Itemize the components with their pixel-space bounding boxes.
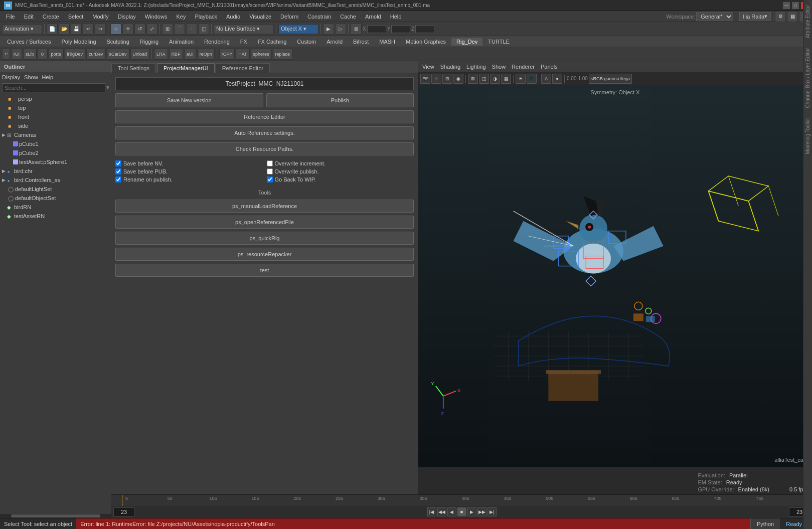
- timeline-row[interactable]: 5 55 105 155 205 255 305 355 405 455 505…: [111, 495, 812, 506]
- tab-curves-surfaces[interactable]: Curves / Surfaces: [2, 38, 56, 46]
- outliner-menu-help[interactable]: Help: [42, 74, 54, 80]
- outliner-search-input[interactable]: [2, 83, 105, 92]
- menu-edit[interactable]: Edit: [20, 13, 38, 21]
- channel-box-label[interactable]: Channel Box / Layer Editor: [805, 61, 810, 108]
- tab-rigging[interactable]: Rigging: [135, 38, 164, 46]
- tree-item-persp[interactable]: ■ persp: [0, 94, 111, 103]
- vp-smooth-btn[interactable]: ◑: [490, 74, 500, 84]
- open-btn[interactable]: 📂: [59, 24, 70, 35]
- play-back-btn[interactable]: ◀: [447, 507, 456, 516]
- maximize-button[interactable]: □: [792, 2, 799, 9]
- shelf-btn-1[interactable]: ↩: [2, 49, 10, 60]
- check-resource-button[interactable]: Check Resource Paths.: [115, 142, 414, 155]
- minimize-button[interactable]: —: [783, 2, 790, 9]
- test-btn[interactable]: test: [115, 264, 414, 277]
- cb-save-before-nv-input[interactable]: [115, 160, 121, 166]
- vp-menu-lighting[interactable]: Lighting: [466, 64, 486, 70]
- save-btn[interactable]: 💾: [71, 24, 82, 35]
- tree-item-lightset[interactable]: ◯ defaultLightSet: [0, 185, 111, 194]
- object-x-dropdown[interactable]: Object X ▾: [278, 24, 318, 34]
- vp-color-mgmt-btn[interactable]: sRGB gamma llega: [589, 74, 632, 84]
- live-surface-dropdown[interactable]: No Live Surface ▾: [214, 24, 274, 34]
- tree-item-psphere1[interactable]: testAsset:pSphere1: [0, 157, 111, 166]
- snap-curve-btn[interactable]: ⌒: [174, 24, 185, 35]
- menu-help[interactable]: Help: [386, 13, 406, 21]
- cam-grid-btn[interactable]: ⊠: [351, 24, 362, 35]
- save-new-version-button[interactable]: Save New version: [115, 93, 263, 107]
- shelf-spheres[interactable]: spheres: [251, 49, 272, 60]
- tab-sculpting[interactable]: Sculpting: [102, 38, 134, 46]
- toolbar-extra-1[interactable]: ⚙: [775, 11, 786, 22]
- shelf-0[interactable]: 0: [38, 49, 48, 60]
- menu-visualize[interactable]: Visualize: [245, 13, 275, 21]
- tab-turtle[interactable]: TURTLE: [483, 38, 515, 46]
- menu-audio[interactable]: Audio: [222, 13, 244, 21]
- menu-file[interactable]: File: [2, 13, 19, 21]
- tab-arnold[interactable]: Arnold: [321, 38, 348, 46]
- x-coord[interactable]: [367, 25, 386, 33]
- tree-item-objectset[interactable]: ◯ defaultObjectSet: [0, 194, 111, 203]
- snap-point-btn[interactable]: ·: [186, 24, 197, 35]
- play-forward-btn[interactable]: ▶: [467, 507, 476, 516]
- tab-mash[interactable]: MASH: [374, 38, 400, 46]
- ps-manual-load-btn[interactable]: ps_manualLoadReference: [115, 200, 414, 213]
- shelf-rigdev[interactable]: iRigDev: [65, 49, 86, 60]
- menu-windows[interactable]: Windows: [141, 13, 172, 21]
- cb-go-back-wip-input[interactable]: [267, 177, 273, 183]
- vp-select2-btn[interactable]: ⊞: [442, 74, 452, 84]
- stop-btn[interactable]: ■: [457, 507, 466, 516]
- tree-item-bird-controllers[interactable]: ▶ ⬥ bird:Controllers_ss: [0, 175, 111, 185]
- go-to-start-btn[interactable]: |◀: [427, 507, 436, 516]
- shelf-replace[interactable]: replace: [273, 49, 293, 60]
- vp-select-btn[interactable]: ⊹: [431, 74, 441, 84]
- tab-fx-caching[interactable]: FX Caching: [253, 38, 291, 46]
- menu-modify[interactable]: Modify: [88, 13, 112, 21]
- cb-rename-publish-input[interactable]: [115, 177, 121, 183]
- menu-display[interactable]: Display: [114, 13, 140, 21]
- menu-select[interactable]: Select: [64, 13, 88, 21]
- tab-fx[interactable]: FX: [235, 38, 252, 46]
- shelf-rcpy[interactable]: rCPY: [219, 49, 235, 60]
- cb-overwrite-publish-input[interactable]: [267, 168, 273, 174]
- shelf-curdev[interactable]: curDev: [86, 49, 106, 60]
- redo-btn[interactable]: ↪: [95, 24, 106, 35]
- step-back-btn[interactable]: ◀◀: [437, 507, 446, 516]
- vp-texture-btn[interactable]: ▦: [501, 74, 511, 84]
- shelf-hat[interactable]: HAT: [236, 49, 249, 60]
- tab-reference-editor[interactable]: Reference Editor: [216, 63, 270, 73]
- reference-editor-button[interactable]: Reference Editor: [115, 110, 414, 123]
- scale-tool-btn[interactable]: ⤢: [146, 24, 157, 35]
- render-btn[interactable]: ▶: [323, 24, 334, 35]
- select-tool-btn[interactable]: ⊹: [110, 24, 121, 35]
- tab-animation[interactable]: Animation: [164, 38, 199, 46]
- user-dropdown[interactable]: Ilia Raita ▾: [739, 12, 771, 21]
- vp-aa-btn[interactable]: A: [541, 74, 551, 84]
- vp-shadow-btn[interactable]: 🌑: [527, 74, 537, 84]
- snap-grid-btn[interactable]: ⊞: [162, 24, 173, 35]
- tab-rig-dev[interactable]: Rig_Dev: [451, 38, 482, 46]
- menu-arnold[interactable]: Arnold: [361, 13, 385, 21]
- vp-grid-btn[interactable]: ⊠: [468, 74, 478, 84]
- vp-menu-panels[interactable]: Panels: [541, 64, 558, 70]
- tab-project-manager[interactable]: ProjectManagerUI: [157, 63, 215, 73]
- shelf-rui[interactable]: rUI: [11, 49, 22, 60]
- snap-surface-btn[interactable]: ◫: [198, 24, 209, 35]
- menu-constrain[interactable]: Constrain: [303, 13, 335, 21]
- go-to-end-btn[interactable]: ▶|: [488, 507, 497, 516]
- tree-item-pcube1[interactable]: pCube1: [0, 139, 111, 148]
- rotate-tool-btn[interactable]: ↺: [134, 24, 145, 35]
- tree-item-front[interactable]: ■ front: [0, 112, 111, 121]
- menu-key[interactable]: Key: [172, 13, 190, 21]
- shelf-reopn[interactable]: reOpn: [197, 49, 215, 60]
- tree-item-top[interactable]: ■ top: [0, 103, 111, 112]
- vp-ao-btn[interactable]: ●: [552, 74, 562, 84]
- tab-rendering[interactable]: Rendering: [199, 38, 235, 46]
- cb-save-before-pub-input[interactable]: [115, 168, 121, 174]
- tree-item-pcube2[interactable]: pCube2: [0, 148, 111, 157]
- viewport-canvas[interactable]: Symmetry: Object X: [418, 85, 812, 467]
- tab-poly-modeling[interactable]: Poly Modeling: [56, 38, 101, 46]
- move-tool-btn[interactable]: ✛: [122, 24, 133, 35]
- tab-motion-graphics[interactable]: Motion Graphics: [401, 38, 451, 46]
- z-coord[interactable]: [415, 25, 434, 33]
- menu-deform[interactable]: Deform: [276, 13, 302, 21]
